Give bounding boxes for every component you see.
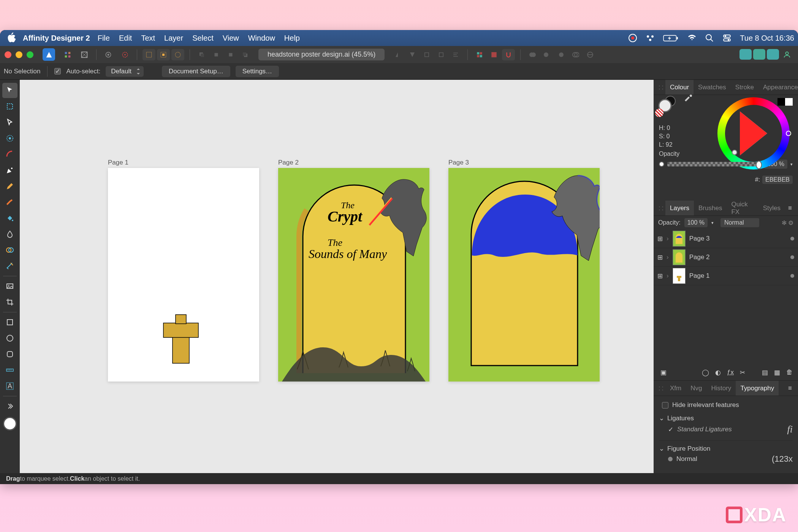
page-3[interactable] [448, 168, 600, 382]
add-layer-icon[interactable]: ▤ [762, 369, 768, 377]
close-window-button[interactable] [5, 51, 11, 58]
menu-help[interactable]: Help [284, 34, 300, 43]
panel-grip-icon[interactable]: ⸬ [657, 204, 665, 212]
swatches-tab[interactable]: Swatches [694, 80, 731, 95]
layer-row-page3[interactable]: ⊞› Page 3 [654, 230, 798, 248]
maximize-window-button[interactable] [27, 51, 33, 58]
flip-v-button[interactable] [406, 49, 419, 60]
default-swatches[interactable] [777, 98, 793, 106]
layers-tab[interactable]: Layers [665, 201, 694, 215]
menubar-clock[interactable]: Tue 8 Oct 16:36 [740, 34, 794, 43]
canvas[interactable]: Page 1 Page 2 The Crypt The [20, 80, 654, 473]
boolean-divide-button[interactable] [584, 49, 597, 60]
crop-layer-icon[interactable]: ✂ [740, 369, 745, 377]
rotate-ccw-button[interactable] [420, 49, 433, 60]
preferences-button[interactable] [102, 49, 115, 60]
minimize-window-button[interactable] [16, 51, 22, 58]
measure-tool[interactable] [2, 363, 17, 378]
toggle-thumbnails-icon[interactable]: ▣ [660, 369, 667, 377]
typography-tab[interactable]: Typography [736, 381, 779, 396]
opacity-stepper-icon[interactable]: ▾ [790, 162, 793, 167]
app-status-icon[interactable] [646, 33, 655, 43]
contour-tool[interactable] [2, 131, 17, 146]
layer-settings-icon[interactable]: ✻ ⚙ [782, 219, 793, 226]
fx-layer-icon[interactable]: ƒx [727, 369, 734, 377]
page-1[interactable] [108, 168, 259, 382]
std-lig-checkbox[interactable]: ✓ [668, 426, 673, 434]
ellipse-tool[interactable] [2, 331, 17, 346]
persona-swatch-2[interactable] [753, 49, 765, 60]
vector-brush-tool[interactable] [2, 195, 17, 210]
move-forward-button[interactable] [224, 49, 237, 60]
hide-features-checkbox[interactable] [662, 402, 668, 408]
panel-grip-icon[interactable]: ⸬ [657, 84, 665, 91]
knife-tool[interactable] [2, 258, 17, 274]
adjustment-layer-icon[interactable]: ◐ [715, 369, 721, 377]
menu-layer[interactable]: Layer [164, 34, 183, 43]
baseline-grid-button[interactable] [488, 49, 500, 60]
move-back-button[interactable] [195, 49, 208, 60]
battery-icon[interactable] [663, 33, 679, 43]
figpos-normal-radio[interactable] [668, 457, 673, 461]
select-same-button[interactable] [157, 49, 170, 60]
crop-tool[interactable] [2, 294, 17, 310]
blend-mode-dropdown[interactable]: Normal [720, 218, 759, 227]
settings-button[interactable]: Settings… [236, 66, 279, 77]
fill-stroke-selector[interactable] [656, 95, 679, 117]
app-name[interactable]: Affinity Designer 2 [23, 34, 90, 43]
stroke-tab[interactable]: Stroke [731, 80, 758, 95]
persona-pixel-button[interactable] [78, 49, 91, 60]
persona-swatch-3[interactable] [767, 49, 779, 60]
chevron-down-icon[interactable]: ⌄ [659, 445, 664, 453]
show-grid-button[interactable] [473, 49, 486, 60]
shape-builder-tool[interactable] [2, 242, 17, 258]
xfm-tab[interactable]: Xfm [665, 381, 686, 396]
pencil-tool[interactable] [2, 179, 17, 194]
menu-view[interactable]: View [223, 34, 239, 43]
eyedropper-icon[interactable] [683, 94, 694, 102]
colour-tab[interactable]: Colour [665, 80, 694, 95]
mask-layer-icon[interactable]: ◯ [702, 369, 709, 377]
more-tools-button[interactable] [2, 399, 17, 414]
appearance-tab[interactable]: Appearance [758, 80, 798, 95]
move-front-button[interactable] [239, 49, 252, 60]
layer-row-page1[interactable]: ⊞› Page 1 [654, 267, 798, 285]
opacity-knob[interactable] [659, 162, 664, 167]
visibility-dot[interactable] [790, 274, 794, 278]
quickfx-tab[interactable]: Quick FX [727, 201, 758, 215]
rectangle-tool[interactable] [2, 315, 17, 330]
styles-tab[interactable]: Styles [758, 201, 785, 215]
visibility-dot[interactable] [790, 237, 794, 241]
document-title[interactable]: headstone poster design.ai (45.5%) [258, 49, 385, 60]
node-tool[interactable] [2, 115, 17, 130]
artboard-tool[interactable] [2, 99, 17, 114]
rotate-cw-button[interactable] [435, 49, 448, 60]
menu-file[interactable]: File [98, 34, 110, 43]
auto-select-dropdown[interactable]: Default [106, 66, 144, 77]
pen-tool[interactable] [2, 163, 17, 178]
visibility-dot[interactable] [790, 255, 794, 259]
layer-row-page2[interactable]: ⊞› Page 2 [654, 248, 798, 267]
menu-select[interactable]: Select [192, 34, 214, 43]
add-pixel-layer-icon[interactable]: ▦ [774, 369, 780, 377]
screen-record-icon[interactable] [628, 33, 637, 43]
persona-designer-button[interactable] [61, 49, 74, 60]
history-tab[interactable]: History [706, 381, 736, 396]
page-2[interactable]: The Crypt The Sounds of Many [278, 168, 429, 382]
control-center-icon[interactable] [722, 33, 732, 43]
rounded-rect-tool[interactable] [2, 347, 17, 362]
nvg-tab[interactable]: Nvg [686, 381, 706, 396]
snapping-button[interactable] [119, 49, 131, 60]
opacity-slider[interactable] [667, 162, 761, 166]
search-icon[interactable] [705, 33, 714, 43]
stroke-fill-swatch[interactable] [3, 417, 17, 431]
select-object-button[interactable] [171, 49, 184, 60]
menu-edit[interactable]: Edit [119, 34, 132, 43]
auto-select-checkbox[interactable]: ✓ [54, 68, 61, 74]
menu-text[interactable]: Text [141, 34, 155, 43]
panel-grip-icon[interactable]: ⸬ [657, 385, 665, 392]
boolean-subtract-button[interactable] [540, 49, 553, 60]
document-setup-button[interactable]: Document Setup… [162, 66, 230, 77]
wifi-icon[interactable] [687, 33, 697, 43]
persona-swatch-1[interactable] [739, 49, 752, 60]
